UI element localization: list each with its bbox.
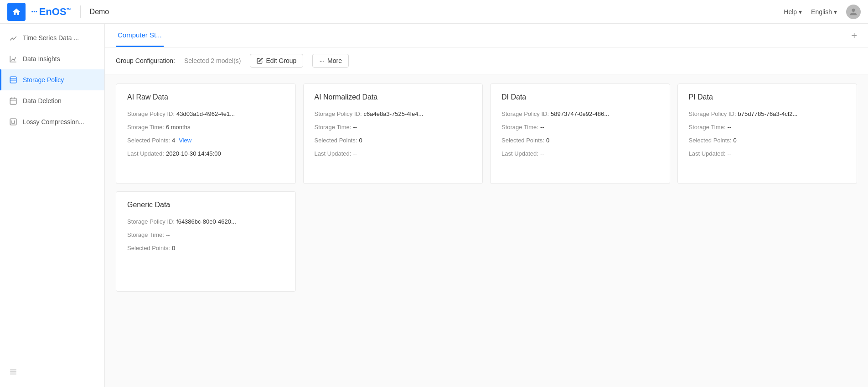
content-area: Computer St... + Group Configuration: Se… [105, 24, 868, 387]
user-avatar[interactable] [846, 5, 861, 19]
card-storage-policy-id-field: Storage Policy ID: 43d03a1d-4962-4e1... [127, 110, 284, 117]
card-generic-data: Generic Data Storage Policy ID: f64386bc… [116, 191, 296, 292]
card-last-updated-field: Last Updated: -- [501, 150, 659, 157]
card-selected-points-field: Selected Points: 0 [501, 137, 659, 144]
logo-dots: ··· [31, 6, 37, 17]
last-updated-label: Last Updated: [127, 150, 164, 157]
tab-computer-st[interactable]: Computer St... [116, 24, 164, 47]
sidebar-item-storage-policy[interactable]: Storage Policy [0, 69, 104, 90]
sidebar-item-data-deletion[interactable]: Data Deletion [0, 90, 104, 111]
card-di-data: DI Data Storage Policy ID: 58973747-0e92… [490, 84, 670, 184]
sidebar: Time Series Data ... Data Insights Stora… [0, 24, 105, 387]
last-updated-value: 2020-10-30 14:45:00 [166, 150, 221, 157]
card-storage-time-field: Storage Time: -- [501, 124, 659, 131]
card-title: PI Data [689, 93, 846, 101]
view-link[interactable]: View [179, 137, 191, 144]
card-title: DI Data [501, 93, 659, 101]
top-navigation: ··· EnOS™ Demo Help ▾ English ▾ [0, 0, 868, 24]
card-storage-policy-id-field: Storage Policy ID: c6a4e8a3-7525-4fe4... [315, 110, 472, 117]
help-button[interactable]: Help ▾ [784, 8, 802, 16]
edit-group-button[interactable]: Edit Group [250, 54, 303, 68]
nav-right: Help ▾ English ▾ [784, 5, 861, 19]
chevron-down-icon: ▾ [834, 8, 837, 16]
cards-row-1: AI Raw Data Storage Policy ID: 43d03a1d-… [116, 84, 857, 184]
logo: ··· EnOS™ [31, 6, 71, 18]
sidebar-item-time-series[interactable]: Time Series Data ... [0, 27, 104, 48]
card-selected-points-field: Selected Points: 4 View [127, 137, 284, 144]
group-config-label: Group Configuration: [116, 57, 175, 64]
card-storage-time-field: Storage Time: -- [689, 124, 846, 131]
sidebar-collapse-btn[interactable] [0, 362, 104, 383]
nav-divider [80, 5, 81, 18]
card-title: Generic Data [127, 201, 284, 209]
card-storage-time-field: Storage Time: -- [315, 124, 472, 131]
card-storage-time-field: Storage Time: -- [127, 231, 284, 238]
card-selected-points-field: Selected Points: 0 [689, 137, 846, 144]
card-last-updated-field: Last Updated: 2020-10-30 14:45:00 [127, 150, 284, 157]
svg-rect-7 [10, 119, 16, 125]
sidebar-item-data-insights[interactable]: Data Insights [0, 48, 104, 69]
storage-policy-id-value: 43d03a1d-4962-4e1... [176, 110, 235, 117]
add-tab-button[interactable]: + [851, 30, 857, 42]
card-storage-policy-id-field: Storage Policy ID: 58973747-0e92-486... [501, 110, 659, 117]
storage-time-value: 6 months [166, 124, 190, 131]
main-layout: Time Series Data ... Data Insights Stora… [0, 24, 868, 387]
card-last-updated-field: Last Updated: -- [315, 150, 472, 157]
language-button[interactable]: English ▾ [811, 8, 837, 16]
chevron-down-icon: ▾ [799, 8, 802, 16]
sidebar-item-lossy-compression[interactable]: Lossy Compression... [0, 111, 104, 132]
card-title: AI Raw Data [127, 93, 284, 101]
storage-policy-id-label: Storage Policy ID: [127, 110, 175, 117]
card-selected-points-field: Selected Points: 0 [315, 137, 472, 144]
svg-rect-3 [10, 98, 16, 105]
card-ai-normalized-data: AI Normalized Data Storage Policy ID: c6… [303, 84, 483, 184]
logo-text: EnOS™ [39, 6, 71, 18]
cards-container: AI Raw Data Storage Policy ID: 43d03a1d-… [105, 74, 868, 387]
card-last-updated-field: Last Updated: -- [689, 150, 846, 157]
home-button[interactable] [7, 3, 26, 21]
selected-models: Selected 2 model(s) [184, 57, 241, 64]
demo-label: Demo [90, 8, 109, 16]
more-button[interactable]: ··· More [312, 54, 349, 68]
cards-row-2: Generic Data Storage Policy ID: f64386bc… [116, 191, 857, 292]
card-storage-policy-id-field: Storage Policy ID: f64386bc-80e0-4620... [127, 218, 284, 225]
card-pi-data: PI Data Storage Policy ID: b75d7785-76a3… [677, 84, 858, 184]
content-header: Computer St... + [105, 24, 868, 47]
toolbar: Group Configuration: Selected 2 model(s)… [105, 47, 868, 74]
tab-bar: Computer St... [116, 24, 171, 47]
nav-left: ··· EnOS™ Demo [7, 3, 109, 21]
svg-rect-0 [10, 77, 16, 83]
card-ai-raw-data: AI Raw Data Storage Policy ID: 43d03a1d-… [116, 84, 296, 184]
selected-points-value: 4 [172, 137, 175, 144]
card-storage-time-field: Storage Time: 6 months [127, 124, 284, 131]
selected-points-label: Selected Points: [127, 137, 170, 144]
card-title: AI Normalized Data [315, 93, 472, 101]
storage-time-label: Storage Time: [127, 124, 164, 131]
card-selected-points-field: Selected Points: 0 [127, 245, 284, 251]
card-storage-policy-id-field: Storage Policy ID: b75d7785-76a3-4cf2... [689, 110, 846, 117]
